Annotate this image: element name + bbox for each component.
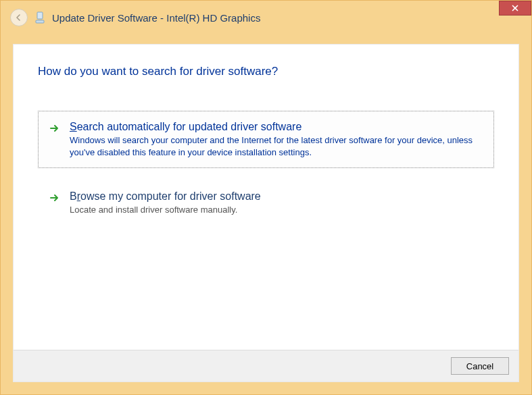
page-heading: How do you want to search for driver sof…: [38, 65, 494, 78]
option-browse-computer[interactable]: Browse my computer for driver software L…: [38, 180, 494, 226]
option-search-automatically[interactable]: Search automatically for updated driver …: [38, 111, 494, 168]
close-icon: [512, 5, 518, 11]
option-description: Windows will search your computer and th…: [70, 134, 483, 158]
back-button: [10, 9, 28, 26]
window-title: Update Driver Software - Intel(R) HD Gra…: [52, 12, 260, 24]
content-area: How do you want to search for driver sof…: [13, 44, 519, 382]
svg-rect-2: [37, 12, 43, 19]
svg-rect-3: [36, 20, 44, 23]
option-body: Browse my computer for driver software L…: [70, 190, 483, 216]
window-chrome: Update Driver Software - Intel(R) HD Gra…: [1, 1, 531, 394]
arrow-right-icon: [49, 192, 60, 203]
close-button[interactable]: [499, 1, 531, 16]
device-icon: [34, 11, 45, 24]
cancel-button[interactable]: Cancel: [451, 357, 509, 375]
title-bar: Update Driver Software - Intel(R) HD Gra…: [1, 1, 531, 33]
option-body: Search automatically for updated driver …: [70, 121, 483, 158]
wizard-window: Update Driver Software - Intel(R) HD Gra…: [0, 0, 532, 395]
dialog-footer: Cancel: [14, 350, 518, 381]
arrow-right-icon: [49, 123, 60, 134]
option-title: Browse my computer for driver software: [70, 190, 483, 203]
option-title: Search automatically for updated driver …: [70, 121, 483, 133]
back-arrow-icon: [15, 14, 23, 22]
option-description: Locate and install driver software manua…: [70, 204, 483, 216]
